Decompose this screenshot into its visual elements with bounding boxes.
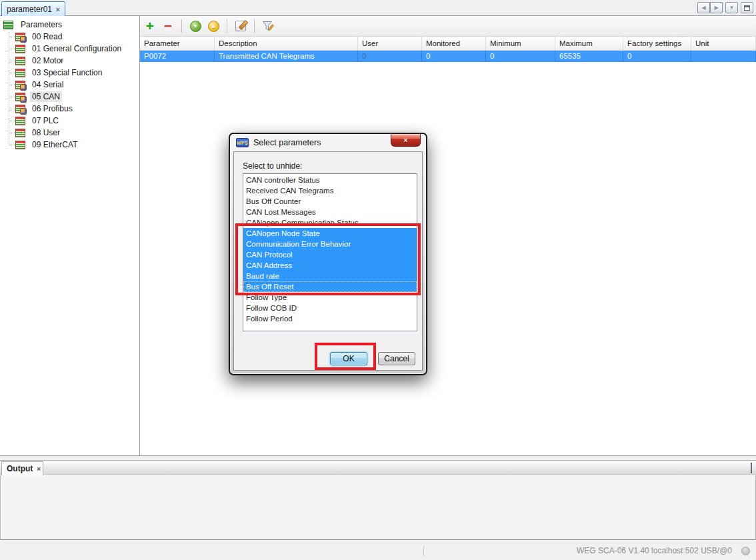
list-item[interactable]: Follow Period <box>243 313 417 324</box>
tab-parameter01[interactable]: parameter01 × <box>1 1 65 16</box>
column-header-maximum[interactable]: Maximum <box>555 37 623 50</box>
tree-item-06-profibus[interactable]: 06 Profibus <box>0 103 139 115</box>
parameter-group-icon <box>15 141 25 149</box>
list-item[interactable]: CAN Lost Messages <box>243 207 417 217</box>
document-tab-bar: parameter01 × ◀ ▶ ▼ <box>0 0 756 16</box>
minus-icon: − <box>164 20 172 32</box>
tree-item-09-ethercat[interactable]: 09 EtherCAT <box>0 139 139 151</box>
list-item-selected[interactable]: CANopen Node State <box>243 228 417 239</box>
tab-forward-button[interactable]: ▶ <box>710 2 723 13</box>
chevron-down-icon: ▼ <box>729 5 735 11</box>
status-bar: WEG SCA-06 V1.40 localhost:502 USB/@0 <box>0 541 756 560</box>
list-item-selected[interactable]: Communication Error Behavior <box>243 239 417 249</box>
dialog-content: Select to unhide: CAN controller Status … <box>233 151 423 371</box>
tree-item-label: 00 Read <box>30 31 64 42</box>
tree-item-04-serial[interactable]: 04 Serial <box>0 79 139 91</box>
parameter-group-icon <box>15 81 25 89</box>
remove-parameter-button[interactable]: − <box>161 19 175 33</box>
maximize-view-button[interactable] <box>741 2 753 13</box>
move-up-button[interactable]: ▲ <box>207 19 220 33</box>
edit-parameter-button[interactable] <box>234 19 247 33</box>
column-header-user[interactable]: User <box>358 37 422 50</box>
dialog-close-button[interactable]: × <box>391 134 421 147</box>
list-item-selected[interactable]: Baud rate <box>243 271 417 281</box>
column-header-minimum[interactable]: Minimum <box>486 37 555 50</box>
edit-pencil-icon <box>235 21 246 31</box>
parameter-group-icon <box>15 33 25 41</box>
output-close-icon[interactable]: × <box>37 465 41 473</box>
tab-output[interactable]: Output × <box>1 461 43 475</box>
list-item[interactable]: CAN controller Status <box>243 175 417 185</box>
column-header-factory-settings[interactable]: Factory settings <box>623 37 691 50</box>
cell-description: Transmitted CAN Telegrams <box>215 51 358 62</box>
yellow-up-circle-icon: ▲ <box>208 21 219 32</box>
parameters-table-icon <box>3 21 13 29</box>
list-item-selected[interactable]: CAN Protocol <box>243 249 417 260</box>
list-item[interactable]: Bus Off Counter <box>243 196 417 207</box>
column-header-description[interactable]: Description <box>215 37 358 50</box>
parameter-group-icon <box>15 105 25 113</box>
table-row-p0072[interactable]: P0072 Transmitted CAN Telegrams 0 0 0 65… <box>140 51 756 62</box>
column-header-unit[interactable]: Unit <box>691 37 756 50</box>
cancel-button[interactable]: Cancel <box>378 352 415 365</box>
list-item[interactable]: CANopen Communication Status <box>243 217 417 228</box>
tree-item-label-selected: 05 CAN <box>30 91 62 102</box>
tab-close-icon[interactable]: × <box>56 5 60 13</box>
parameter-group-icon <box>15 93 25 101</box>
column-header-parameter[interactable]: Parameter <box>140 37 215 50</box>
window-nav-buttons: ◀ ▶ ▼ <box>697 2 753 13</box>
parameter-group-icon <box>15 129 25 137</box>
tree-item-03-special-function[interactable]: 03 Special Function <box>0 67 139 79</box>
tree-root-label: Parameters <box>19 19 64 30</box>
output-console-area <box>0 475 756 540</box>
filter-parameters-button[interactable] <box>261 19 275 33</box>
tab-list-dropdown-button[interactable]: ▼ <box>725 2 738 13</box>
tree-item-07-plc[interactable]: 07 PLC <box>0 115 139 127</box>
tree-item-label: 06 Profibus <box>30 103 75 114</box>
output-maximize-button[interactable] <box>751 465 752 473</box>
list-item[interactable]: Follow COB ID <box>243 303 417 313</box>
tree-item-label: 07 PLC <box>30 115 61 126</box>
cell-factory-settings: 0 <box>623 51 691 62</box>
tree-item-label: 02 Motor <box>30 55 65 66</box>
filter-funnel-icon <box>262 21 275 32</box>
tree-item-05-can[interactable]: 05 CAN <box>0 91 139 103</box>
cell-monitored: 0 <box>422 51 486 62</box>
add-parameter-button[interactable]: + <box>143 19 157 33</box>
green-down-circle-icon: ▼ <box>190 21 201 32</box>
parameter-group-icon <box>15 57 25 65</box>
statusbar-text: WEG SCA-06 V1.40 localhost:502 USB/@0 <box>577 546 732 555</box>
cell-maximum: 65535 <box>555 51 623 62</box>
tree-item-label: 01 General Configuration <box>30 43 123 54</box>
ok-button[interactable]: OK <box>330 352 367 365</box>
column-header-monitored[interactable]: Monitored <box>422 37 486 50</box>
tree-root-parameters[interactable]: Parameters <box>0 19 139 31</box>
parameter-group-icon <box>15 45 25 53</box>
list-item[interactable]: Follow Type <box>243 292 417 303</box>
tree-item-00-read[interactable]: 00 Read <box>0 31 139 43</box>
application-window: parameter01 × ◀ ▶ ▼ Parameters 00 Read 0… <box>0 0 756 560</box>
tree-item-label: 03 Special Function <box>30 67 104 78</box>
wps-app-icon: WPS <box>236 138 249 147</box>
list-item-selected[interactable]: CAN Address <box>243 260 417 271</box>
close-icon: × <box>403 136 407 144</box>
tab-back-button[interactable]: ◀ <box>697 2 710 13</box>
tree-item-02-motor[interactable]: 02 Motor <box>0 55 139 67</box>
output-panel-header: Output × <box>0 460 756 475</box>
cell-user: 0 <box>358 51 422 62</box>
statusbar-separator <box>423 546 424 556</box>
parameter-listbox: CAN controller Status Received CAN Teleg… <box>243 173 417 331</box>
move-down-button[interactable]: ▼ <box>189 19 202 33</box>
dialog-title: Select parameters <box>253 138 321 147</box>
table-header: Parameter Description User Monitored Min… <box>140 37 756 51</box>
tree-item-label: 08 User <box>30 127 62 138</box>
list-item[interactable]: Received CAN Telegrams <box>243 185 417 196</box>
tree-item-08-user[interactable]: 08 User <box>0 127 139 139</box>
tree-item-label: 09 EtherCAT <box>30 139 79 150</box>
cell-unit <box>691 51 756 62</box>
cell-parameter: P0072 <box>140 51 215 62</box>
list-item-selected-focused[interactable]: Bus Off Reset <box>243 281 417 292</box>
tree-item-01-general-configuration[interactable]: 01 General Configuration <box>0 43 139 55</box>
parameter-group-icon <box>15 69 25 77</box>
back-arrow-icon: ◀ <box>701 5 705 11</box>
